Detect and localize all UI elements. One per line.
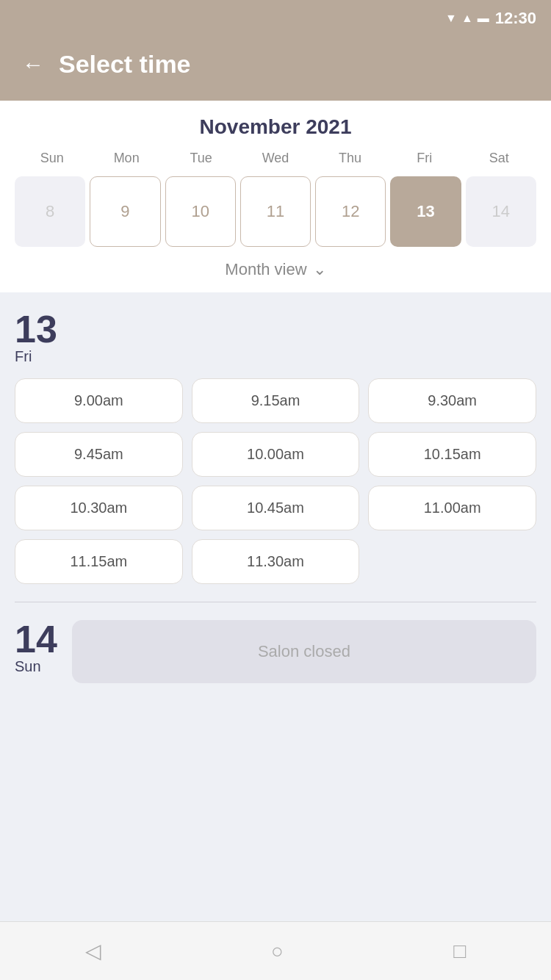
time-slot-1015am[interactable]: 10.15am [368, 432, 536, 477]
salon-closed-box: Salon closed [72, 620, 536, 683]
cal-day-9[interactable]: 9 [90, 176, 160, 247]
time-slot-1030am[interactable]: 10.30am [15, 486, 183, 530]
time-slot-930am[interactable]: 9.30am [368, 378, 536, 423]
wifi-icon: ▼ [445, 12, 457, 25]
weekday-thu: Thu [313, 151, 387, 166]
status-time: 12:30 [495, 9, 536, 28]
status-icons: ▼ ▲ ▬ [445, 12, 489, 25]
header: ← Select time [0, 37, 551, 101]
cal-day-11[interactable]: 11 [240, 176, 311, 247]
cal-day-10[interactable]: 10 [165, 176, 236, 247]
time-slot-1130am[interactable]: 11.30am [192, 539, 360, 584]
cal-day-13[interactable]: 13 [390, 176, 461, 247]
time-slot-900am[interactable]: 9.00am [15, 378, 183, 423]
calendar-row: 8 9 10 11 12 13 14 [15, 173, 536, 250]
time-slot-915am[interactable]: 9.15am [192, 378, 360, 423]
month-view-toggle[interactable]: Month view ⌄ [15, 250, 536, 285]
cal-day-8[interactable]: 8 [15, 176, 85, 247]
cal-day-12[interactable]: 12 [315, 176, 386, 247]
day-block-13: 13 Fri 9.00am 9.15am 9.30am 9.45am 10.00… [0, 292, 551, 602]
day-14-number: 14 [15, 620, 57, 658]
nav-home-button[interactable]: ○ [271, 940, 284, 963]
nav-bar: ◁ ○ □ [0, 921, 551, 980]
status-bar: ▼ ▲ ▬ 12:30 [0, 0, 551, 37]
back-button[interactable]: ← [22, 54, 44, 76]
time-slot-1115am[interactable]: 11.15am [15, 539, 183, 584]
day-13-name: Fri [15, 348, 57, 365]
page-title: Select time [59, 50, 191, 79]
battery-icon: ▬ [478, 12, 489, 25]
weekday-sun: Sun [15, 151, 89, 166]
time-slot-945am[interactable]: 9.45am [15, 432, 183, 477]
time-slot-1045am[interactable]: 10.45am [192, 486, 360, 530]
month-view-label: Month view [225, 260, 306, 279]
weekday-wed: Wed [238, 151, 312, 166]
weekday-tue: Tue [164, 151, 238, 166]
nav-recent-button[interactable]: □ [453, 940, 466, 963]
salon-closed-label: Salon closed [258, 642, 350, 660]
day-14-name: Sun [15, 658, 57, 675]
time-grid-13: 9.00am 9.15am 9.30am 9.45am 10.00am 10.1… [15, 378, 536, 584]
cal-day-14[interactable]: 14 [466, 176, 536, 247]
day-13-number: 13 [15, 310, 57, 348]
weekdays-row: Sun Mon Tue Wed Thu Fri Sat [15, 151, 536, 166]
weekday-sat: Sat [462, 151, 536, 166]
day-13-header: 13 Fri [15, 310, 536, 365]
timeslots-section: 13 Fri 9.00am 9.15am 9.30am 9.45am 10.00… [0, 292, 551, 921]
signal-icon: ▲ [461, 12, 473, 25]
weekday-fri: Fri [387, 151, 461, 166]
time-slot-1000am[interactable]: 10.00am [192, 432, 360, 477]
nav-back-button[interactable]: ◁ [85, 939, 101, 963]
chevron-down-icon: ⌄ [313, 260, 326, 279]
month-year: November 2021 [15, 115, 536, 139]
calendar-section: November 2021 Sun Mon Tue Wed Thu Fri Sa… [0, 101, 551, 292]
time-slot-1100am[interactable]: 11.00am [368, 486, 536, 530]
day-block-14: 14 Sun Salon closed [0, 602, 551, 701]
weekday-mon: Mon [89, 151, 163, 166]
